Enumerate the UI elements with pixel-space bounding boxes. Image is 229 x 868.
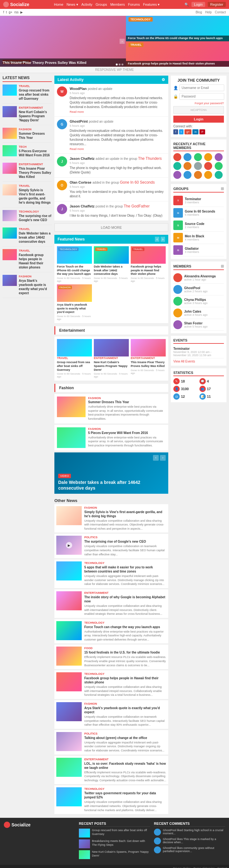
group-item-2[interactable]: G Gone In 60 Seconds 5 members: [173, 207, 224, 219]
other-news-item-5[interactable]: TECHNOLOGY Force Touch can change the wa…: [54, 619, 168, 644]
activity-options-icon[interactable]: ⚙: [162, 78, 165, 82]
news-item-6[interactable]: TRAVEL Simply Sylvio is Vine's first ava…: [3, 184, 52, 208]
username-input[interactable]: [179, 85, 224, 91]
contact-link[interactable]: Contact: [215, 10, 226, 14]
ent-item-1[interactable]: TRAVEL Group rescued from sea after boat…: [57, 339, 92, 378]
facebook-icon[interactable]: f: [3, 10, 4, 14]
news-item-8[interactable]: TRAVEL Dale Webster takes a break after …: [3, 227, 52, 247]
active-member-1[interactable]: [173, 153, 181, 161]
contact-bottom-link[interactable]: Contact: [217, 867, 227, 868]
active-member-6[interactable]: [173, 162, 181, 170]
load-more-button[interactable]: LOAD MORE: [54, 223, 168, 231]
news-item-5[interactable]: ENTERTAINMENT This Insane Pixar Theory P…: [3, 163, 52, 182]
event-item-1[interactable]: Terminator November 9, 2020 12:00 am - N…: [173, 346, 224, 359]
activity-user-5[interactable]: Jason Chaffetz: [70, 204, 94, 208]
hero-right-bottom[interactable]: TRAVEL Facebook group helps people in Ha…: [126, 41, 229, 67]
group-link-5[interactable]: The GodFather: [124, 204, 149, 209]
active-member-14[interactable]: [204, 171, 212, 179]
news-item-10[interactable]: FASHION Arya Stark's yearbook quote is e…: [3, 275, 52, 298]
member-list-item-4[interactable]: John Cates active 4 hours ago: [173, 307, 224, 319]
group-link-4[interactable]: Gone In 60 Seconds: [120, 180, 154, 185]
twitter-icon[interactable]: t: [6, 10, 7, 14]
privacy-link[interactable]: Privacy Policy: [173, 867, 191, 868]
footer-comment-1[interactable]: GhostPool liked Starting high school in …: [154, 829, 225, 836]
forgot-password-link[interactable]: Forgot your password?: [173, 102, 224, 105]
active-member-10[interactable]: [215, 162, 223, 170]
footer-comment-2[interactable]: GhostPool likes This stage is marked by …: [154, 837, 225, 844]
read-more-2[interactable]: Read more: [70, 148, 84, 151]
news-item-3[interactable]: FASHION Summer Dresses This Year: [3, 128, 52, 143]
news-item-4[interactable]: TECH 5 Pieces Everyone Will Want From 20…: [3, 145, 52, 160]
featured-item-2[interactable]: TRAVEL Dale Webster takes a break after …: [94, 246, 129, 282]
group-item-3[interactable]: S Source Code 2 members: [173, 219, 224, 231]
facebook-login-btn[interactable]: f: [173, 129, 178, 134]
news-item-7[interactable]: TECHNOLOGY The surprising rise of Google…: [3, 210, 52, 225]
footer-post-1[interactable]: Group rescued from sea after boat sinks …: [79, 829, 150, 837]
nav-home[interactable]: Home: [54, 3, 63, 7]
other-news-item-7[interactable]: TECHNOLOGY Facebook group helps people i…: [54, 671, 168, 699]
search-icon[interactable]: 🔍: [184, 3, 189, 7]
active-member-3[interactable]: [194, 153, 202, 161]
hero-next-arrow[interactable]: ›: [120, 39, 125, 44]
rss-icon[interactable]: rss: [14, 10, 19, 14]
featured-item-3[interactable]: TRAVEL Facebook group helps people in Ha…: [131, 246, 166, 282]
view-all-events-link[interactable]: View All Events: [173, 360, 224, 363]
gplus-icon[interactable]: g+: [9, 10, 12, 14]
other-news-item-1[interactable]: FASHION Simply Sylvio is Vine's first av…: [54, 504, 168, 533]
active-member-11[interactable]: [173, 171, 181, 179]
ent-item-2[interactable]: ENTERTAINMENT New Kurt Cobain's Spawns P…: [94, 339, 129, 378]
footer-post-3[interactable]: New Kurt Cobain's Spawns, Program 'Nappy…: [79, 850, 150, 859]
group-item-5[interactable]: G Gladiator 3 members: [173, 244, 224, 256]
active-member-15[interactable]: [215, 171, 223, 179]
featured-prev[interactable]: ‹: [155, 237, 159, 242]
linkedin-login-btn[interactable]: in: [193, 129, 198, 134]
video-prev-btn[interactable]: ‹: [153, 455, 159, 461]
nav-groups[interactable]: Groups: [96, 3, 107, 7]
footer-post-2[interactable]: Breakdancing meets Bach: Get down with T…: [79, 839, 150, 848]
terms-link[interactable]: Terms of Service: [193, 867, 215, 868]
active-member-4[interactable]: [204, 153, 212, 161]
active-member-5[interactable]: [215, 153, 223, 161]
youtube-icon[interactable]: ▶: [20, 10, 23, 14]
news-item-1[interactable]: TRAVEL Group rescued from sea after boat…: [3, 85, 52, 103]
other-news-item-4[interactable]: ENTERTAINMENT The inside story of why Go…: [54, 589, 168, 618]
group-item-1[interactable]: T Terminator 3 members: [173, 194, 224, 207]
groups-grid-icon[interactable]: ⊞: [221, 186, 224, 191]
active-member-13[interactable]: [194, 171, 202, 179]
footer-comment-3[interactable]: GhostPool likes community goes without p…: [154, 846, 225, 854]
member-list-item-5[interactable]: Shan Foster active 5 hours ago: [173, 319, 224, 331]
fashion-item-1[interactable]: FASHION Summer Dresses This Year Authori…: [54, 394, 168, 423]
other-news-item-3[interactable]: TECHNOLOGY 5 apps that will make it easi…: [54, 559, 168, 588]
ent-item-3[interactable]: ENTERTAINMENT This Insane Pixar Theory P…: [131, 339, 166, 378]
active-member-2[interactable]: [183, 153, 192, 161]
other-news-item-10[interactable]: ENTERTAINMENT LOL, is so over: Facebook …: [54, 756, 168, 784]
other-news-item-2[interactable]: ▶ POLITICS The surprising rise of Google…: [54, 534, 168, 558]
activity-user-2[interactable]: GhostPrint: [70, 120, 88, 123]
members-grid-icon[interactable]: ⊞: [221, 264, 224, 269]
active-member-7[interactable]: [183, 162, 192, 170]
activity-user-1[interactable]: WoodPlan: [70, 87, 87, 91]
blog-link[interactable]: Blog: [196, 10, 202, 14]
nav-members[interactable]: Members: [110, 3, 125, 7]
password-input[interactable]: [179, 93, 224, 100]
member-list-item-3[interactable]: Chyna Phillips active 3 hours ago: [173, 296, 224, 307]
member-list-item-1[interactable]: Alexandra Alvarenga active 1 hour ago: [173, 272, 224, 284]
register-button[interactable]: Register: [208, 2, 226, 7]
nav-news[interactable]: News ▾: [66, 3, 78, 7]
nav-features[interactable]: Features ▾: [143, 3, 160, 7]
fashion-item-2[interactable]: FASHION 5 Pieces Everyone Will Want From…: [54, 425, 168, 451]
group-item-4[interactable]: M Men In Black 4 members: [173, 231, 224, 244]
featured-item-4[interactable]: FASHION Arya Stark's yearbook quote is e…: [57, 284, 92, 320]
active-member-12[interactable]: [183, 171, 192, 179]
active-member-8[interactable]: [194, 162, 202, 170]
news-item-2[interactable]: ENTERTAINMENT New Kurt Cobain's Spawns P…: [3, 106, 52, 125]
nav-activity[interactable]: Activity: [81, 3, 92, 7]
gplus-login-btn[interactable]: g+: [184, 129, 192, 134]
video-next-btn[interactable]: ›: [160, 455, 166, 461]
news-item-9[interactable]: TRAVEL Facebook group helps people in Ha…: [3, 249, 52, 272]
activity-user-3[interactable]: Jason Chaffetz: [70, 157, 94, 160]
hero-left[interactable]: ENTERTAINMENT This Insane Pixar Theory P…: [0, 16, 126, 67]
activity-user-4[interactable]: Olan Cortese: [70, 181, 91, 184]
member-list-item-2[interactable]: GhostPool active 2 hours ago: [173, 284, 224, 296]
other-news-item-11[interactable]: TECHNOLOGY Twitter says government reque…: [54, 785, 168, 814]
